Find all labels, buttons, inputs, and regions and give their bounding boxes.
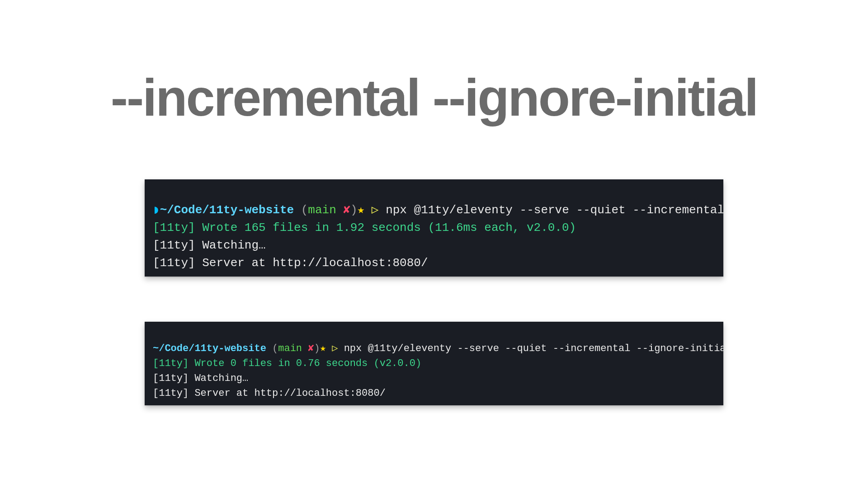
prompt-line: ◗~/Code/11ty-website (main ✘)★ ▷ npx @11…	[153, 203, 723, 217]
prompt-line: ~/Code/11ty-website (main ✘)★ ▷ npx @11t…	[153, 343, 723, 354]
prompt-path: ~/Code/11ty-website	[160, 203, 294, 217]
paren-close: )	[314, 343, 320, 354]
command-text: npx @11ty/eleventy --serve --quiet --inc…	[386, 203, 723, 217]
dirty-icon: ✘	[343, 203, 350, 217]
star-icon: ★	[358, 203, 365, 217]
slide-title: --incremental --ignore-initial	[111, 68, 758, 127]
log-wrote-files: [11ty] Wrote 165 files in 1.92 seconds (…	[153, 221, 576, 235]
branch-name: main	[278, 343, 308, 354]
log-wrote-files: [11ty] Wrote 0 files in 0.76 seconds (v2…	[153, 358, 421, 369]
terminal-output-incremental: ◗~/Code/11ty-website (main ✘)★ ▷ npx @11…	[145, 179, 723, 277]
log-server: [11ty] Server at http://localhost:8080/	[153, 388, 386, 399]
log-server: [11ty] Server at http://localhost:8080/	[153, 256, 428, 270]
prompt-triangle-icon: ▷	[364, 203, 386, 217]
terminals-wrapper: ◗~/Code/11ty-website (main ✘)★ ▷ npx @11…	[0, 179, 868, 405]
dirty-icon: ✘	[308, 343, 314, 354]
prompt-path: ~/Code/11ty-website	[153, 343, 266, 354]
prompt-indicator-icon: ◗	[153, 203, 160, 217]
command-text: npx @11ty/eleventy --serve --quiet --inc…	[344, 343, 723, 354]
paren-open: (	[294, 203, 308, 217]
branch-name: main	[308, 203, 343, 217]
terminal-output-ignore-initial: ~/Code/11ty-website (main ✘)★ ▷ npx @11t…	[145, 322, 723, 405]
log-watching: [11ty] Watching…	[153, 239, 266, 252]
prompt-triangle-icon: ▷	[326, 343, 344, 354]
star-icon: ★	[320, 343, 326, 354]
log-watching: [11ty] Watching…	[153, 373, 248, 384]
paren-close: )	[350, 203, 358, 217]
paren-open: (	[266, 343, 278, 354]
